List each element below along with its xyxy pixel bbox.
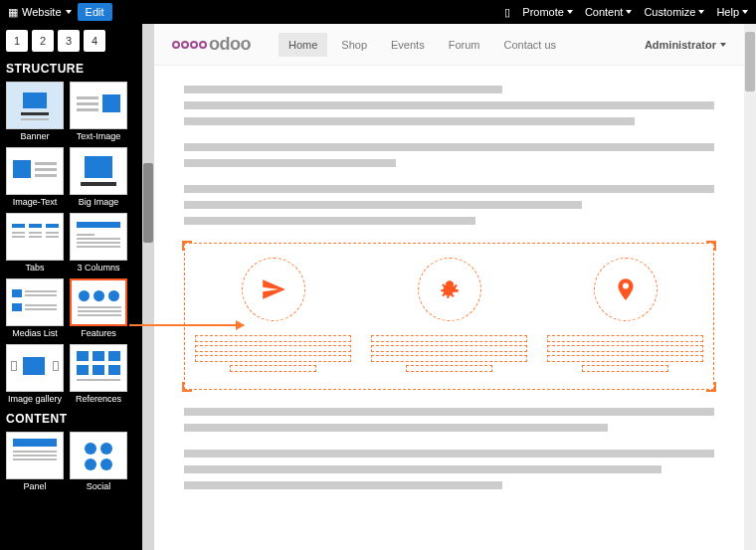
placeholder-text [195,345,351,352]
drag-arrow-indicator [129,324,244,326]
placeholder-text [371,355,527,362]
placeholder-text [184,143,714,151]
resize-handle-tr[interactable] [706,241,716,251]
block-3-columns[interactable]: 3 Columns [70,213,127,273]
resize-handle-tl[interactable] [182,241,192,251]
placeholder-text [184,185,714,193]
features-snippet-drop[interactable] [184,243,714,390]
mobile-preview-icon[interactable]: ▯ [504,6,510,19]
promote-menu[interactable]: Promote [522,6,573,18]
placeholder-text [371,345,527,352]
plane-icon [242,258,305,321]
placeholder-text [184,159,396,167]
pager-1[interactable]: 1 [6,30,28,52]
admin-menu[interactable]: Administrator [645,39,726,51]
placeholder-text [184,481,502,489]
block-text-image[interactable]: Text-Image [70,82,127,141]
website-menu-button[interactable]: ▦ Website [8,6,72,19]
inner-scroll-thumb[interactable] [143,163,153,243]
placeholder-text [371,335,527,342]
placeholder-text [547,335,703,342]
page-scrollbar[interactable] [744,24,756,550]
placeholder-text [547,345,703,352]
page-scroll-thumb[interactable] [745,32,755,92]
structure-heading: STRUCTURE [6,62,136,76]
resize-handle-bl[interactable] [182,382,192,392]
block-features[interactable]: Features [70,278,127,338]
block-references[interactable]: References [70,344,127,404]
placeholder-text [406,365,491,372]
grid-icon: ▦ [8,6,18,19]
content-menu[interactable]: Content [585,6,633,18]
placeholder-text [184,408,714,416]
edit-button[interactable]: Edit [78,3,112,21]
block-image-gallery[interactable]: Image gallery [6,344,64,404]
placeholder-text [195,355,351,362]
site-logo[interactable]: odoo [172,34,251,55]
logo-icon [172,41,207,49]
caret-down-icon [698,10,704,14]
placeholder-text [184,201,582,209]
map-pin-icon [594,258,658,321]
block-image-text[interactable]: Image-Text [6,147,64,207]
block-social[interactable]: Social [70,432,127,491]
block-tabs[interactable]: Tabs [6,213,64,273]
block-panel[interactable]: Panel [6,432,64,491]
caret-down-icon [742,10,748,14]
pager-2[interactable]: 2 [32,30,54,52]
layout-pager: 1 2 3 4 [6,30,136,52]
resize-handle-br[interactable] [706,382,716,392]
block-medias-list[interactable]: Medias List [6,278,64,338]
nav-shop[interactable]: Shop [331,33,377,57]
placeholder-text [184,101,714,109]
feature-column[interactable] [371,258,527,375]
feature-column[interactable] [547,258,703,375]
snippet-sidebar: 1 2 3 4 STRUCTURE Banner [0,24,142,550]
nav-events[interactable]: Events [381,33,435,57]
feature-column[interactable] [195,258,351,375]
placeholder-text [184,217,475,225]
placeholder-text [195,335,351,342]
inner-scrollbar[interactable] [142,24,154,550]
block-banner[interactable]: Banner [6,82,64,141]
placeholder-text [184,450,714,458]
page-preview: odoo Home Shop Events Forum Contact us A… [154,24,744,550]
placeholder-text [547,355,703,362]
pager-4[interactable]: 4 [84,30,105,52]
caret-down-icon [66,10,72,14]
block-big-image[interactable]: Big Image [70,147,127,207]
help-menu[interactable]: Help [716,6,748,18]
caret-down-icon [720,43,726,47]
caret-down-icon [567,10,573,14]
placeholder-text [184,86,502,93]
nav-forum[interactable]: Forum [439,33,490,57]
placeholder-text [184,117,635,125]
nav-home[interactable]: Home [279,33,327,57]
caret-down-icon [626,10,632,14]
placeholder-text [230,365,315,372]
bug-icon [418,258,481,321]
placeholder-text [184,424,608,432]
site-header: odoo Home Shop Events Forum Contact us A… [154,24,744,66]
site-nav: Home Shop Events Forum Contact us [279,33,566,57]
top-toolbar: ▦ Website Edit ▯ Promote Content Customi… [0,0,756,24]
nav-contact[interactable]: Contact us [493,33,566,57]
placeholder-text [582,365,667,372]
pager-3[interactable]: 3 [58,30,80,52]
customize-menu[interactable]: Customize [644,6,704,18]
content-heading: CONTENT [6,412,136,426]
website-label: Website [22,6,62,18]
placeholder-text [184,465,662,473]
